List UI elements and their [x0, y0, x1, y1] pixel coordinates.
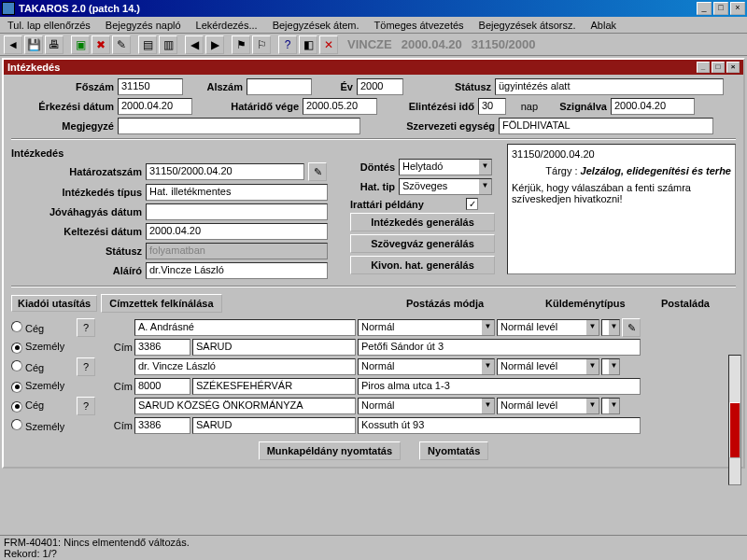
- sel-plad-2[interactable]: ▼: [601, 358, 620, 375]
- menu-lekerdezes[interactable]: Lekérdezés...: [189, 18, 265, 33]
- chevron-down-icon[interactable]: ▼: [608, 320, 619, 335]
- chevron-down-icon[interactable]: ▼: [478, 160, 491, 175]
- sel-post-2[interactable]: Normál▼: [358, 358, 495, 375]
- btn-gen2[interactable]: Szövegváz generálás: [350, 234, 495, 253]
- inp-szerv[interactable]: FÖLDHIVATAL: [499, 118, 713, 134]
- tb-cancel-icon[interactable]: ✖: [92, 35, 110, 54]
- menu-bejegyzesek-atem[interactable]: Bejegyzések átem.: [265, 18, 367, 33]
- menu-ablak[interactable]: Ablak: [584, 18, 625, 33]
- tb-exit-icon[interactable]: ✕: [319, 35, 338, 54]
- chevron-down-icon[interactable]: ▼: [481, 359, 494, 374]
- btn-munkapeldany[interactable]: Munkapéldány nyomtatás: [259, 441, 401, 460]
- sel-dontes[interactable]: Helytadó▼: [399, 159, 492, 175]
- inp-street-2[interactable]: Piros alma utca 1-3: [358, 378, 641, 395]
- inp-name-3[interactable]: SARUD KÖZSÉG ÖNKORMÁNYZA: [134, 398, 356, 414]
- chevron-down-icon[interactable]: ▼: [608, 399, 619, 413]
- close-button[interactable]: ×: [730, 2, 745, 15]
- inp-name-1[interactable]: A. Andrásné: [134, 319, 356, 336]
- inp-street-3[interactable]: Kossuth út 93: [358, 417, 641, 434]
- btn-gen3[interactable]: Kivon. hat. generálás: [350, 256, 495, 274]
- tb-action1-icon[interactable]: ⚑: [232, 35, 250, 54]
- chevron-down-icon[interactable]: ▼: [585, 359, 599, 374]
- maximize-button[interactable]: □: [713, 2, 728, 15]
- inp-alairo[interactable]: dr.Vincze László: [146, 262, 328, 279]
- tb-doc2-icon[interactable]: ▥: [159, 35, 177, 54]
- rad-ceg-3[interactable]: [11, 401, 22, 413]
- btn-help-1[interactable]: ?: [77, 318, 95, 337]
- btn-gen1[interactable]: Intézkedés generálás: [350, 213, 495, 231]
- inp-kelt[interactable]: 2000.04.20: [146, 223, 328, 240]
- inp-name-2[interactable]: dr. Vincze László: [134, 358, 356, 375]
- chevron-down-icon[interactable]: ▼: [481, 320, 494, 335]
- inp-elint[interactable]: 30: [478, 98, 506, 115]
- inp-hatvege[interactable]: 2000.05.20: [303, 98, 377, 115]
- hdr-plad: Postaláda: [661, 298, 736, 309]
- inp-jov[interactable]: [146, 203, 328, 220]
- tb-print-icon[interactable]: 🖶: [45, 35, 63, 54]
- sel-kuld-2[interactable]: Normál levél▼: [497, 358, 599, 375]
- menu-tul[interactable]: Tul. lap ellenőrzés: [0, 18, 98, 33]
- inp-hatsz[interactable]: 31150/2000.04.20: [146, 163, 304, 180]
- inp-szign[interactable]: 2000.04.20: [611, 98, 695, 115]
- inp-zip-3[interactable]: 3386: [134, 417, 190, 434]
- chevron-down-icon[interactable]: ▼: [481, 399, 494, 413]
- sub-maximize-button[interactable]: □: [712, 62, 725, 73]
- inp-city-2[interactable]: SZÉKESFEHÉRVÁR: [192, 378, 356, 395]
- rad-szem-3[interactable]: [11, 419, 22, 430]
- inp-ev[interactable]: 2000: [357, 78, 403, 95]
- sub-minimize-button[interactable]: _: [697, 62, 710, 73]
- minimize-button[interactable]: _: [697, 2, 712, 15]
- inp-city-3[interactable]: SARUD: [192, 417, 356, 434]
- inp-alszam[interactable]: [247, 78, 312, 95]
- sub-close-button[interactable]: ×: [726, 62, 740, 73]
- tb-doc1-icon[interactable]: ▤: [138, 35, 157, 54]
- btn-cimzettek[interactable]: Címzettek felkínálása: [101, 294, 221, 313]
- menu-atsorsz[interactable]: Bejegyzések átsorsz.: [472, 18, 584, 33]
- sel-post-1[interactable]: Normál▼: [358, 319, 495, 336]
- chevron-down-icon[interactable]: ▼: [608, 359, 619, 374]
- tb-ok-icon[interactable]: ▣: [71, 35, 90, 54]
- btn-help-3[interactable]: ?: [77, 397, 95, 415]
- sel-plad-1[interactable]: ▼: [601, 319, 620, 336]
- inp-zip-1[interactable]: 3386: [134, 339, 190, 356]
- chevron-down-icon[interactable]: ▼: [478, 179, 491, 194]
- btn-help-2[interactable]: ?: [77, 357, 95, 376]
- tab-kiado[interactable]: Kiadói utasítás: [11, 295, 97, 312]
- chevron-down-icon[interactable]: ▼: [585, 320, 599, 335]
- rad-ceg-1[interactable]: [11, 321, 22, 332]
- inp-street-1[interactable]: Petőfi Sándor út 3: [358, 339, 641, 356]
- tb-action3-icon[interactable]: ◧: [299, 35, 317, 54]
- chk-iratt[interactable]: ✓: [466, 198, 478, 210]
- tb-next-icon[interactable]: ▶: [205, 35, 224, 54]
- tb-action2-icon[interactable]: ⚐: [252, 35, 271, 54]
- rad-szem-1[interactable]: [11, 343, 22, 354]
- inp-city-1[interactable]: SARUD: [192, 339, 356, 356]
- tb-save-icon[interactable]: 💾: [24, 35, 43, 54]
- sel-hattip[interactable]: Szöveges▼: [399, 178, 492, 195]
- rad-szem-2[interactable]: [11, 382, 22, 393]
- tb-edit-icon[interactable]: ✎: [112, 35, 131, 54]
- inp-foszam[interactable]: 31150: [118, 78, 183, 95]
- menu-bejegyzes-naplo[interactable]: Bejegyzés napló: [98, 18, 189, 33]
- tb-prev-icon[interactable]: ◀: [185, 35, 204, 54]
- tb-help-icon[interactable]: ?: [278, 35, 297, 54]
- btn-edit-1[interactable]: ✎: [622, 318, 641, 337]
- inp-itipus[interactable]: Hat. illetékmentes: [146, 184, 328, 201]
- tb-user: VINCZE: [347, 37, 392, 51]
- inp-megj[interactable]: [118, 118, 360, 134]
- sel-post-3[interactable]: Normál▼: [358, 398, 495, 414]
- scrollbar[interactable]: [728, 355, 741, 485]
- btn-hatsz-edit[interactable]: ✎: [308, 162, 327, 181]
- scroll-thumb[interactable]: [729, 402, 740, 458]
- inp-zip-2[interactable]: 8000: [134, 378, 190, 395]
- btn-nyomtatas[interactable]: Nyomtatás: [419, 441, 488, 460]
- sel-plad-3[interactable]: ▼: [601, 398, 620, 414]
- inp-erk[interactable]: 2000.04.20: [118, 98, 192, 115]
- sel-kuld-3[interactable]: Normál levél▼: [497, 398, 599, 414]
- chevron-down-icon[interactable]: ▼: [585, 399, 599, 413]
- rad-ceg-2[interactable]: [11, 360, 22, 371]
- inp-statusz[interactable]: ügyintézés alatt: [495, 78, 724, 95]
- menu-tomeges[interactable]: Tömeges átvezetés: [367, 18, 472, 33]
- sel-kuld-1[interactable]: Normál levél▼: [497, 319, 599, 336]
- tb-left-icon[interactable]: ◄: [4, 35, 22, 54]
